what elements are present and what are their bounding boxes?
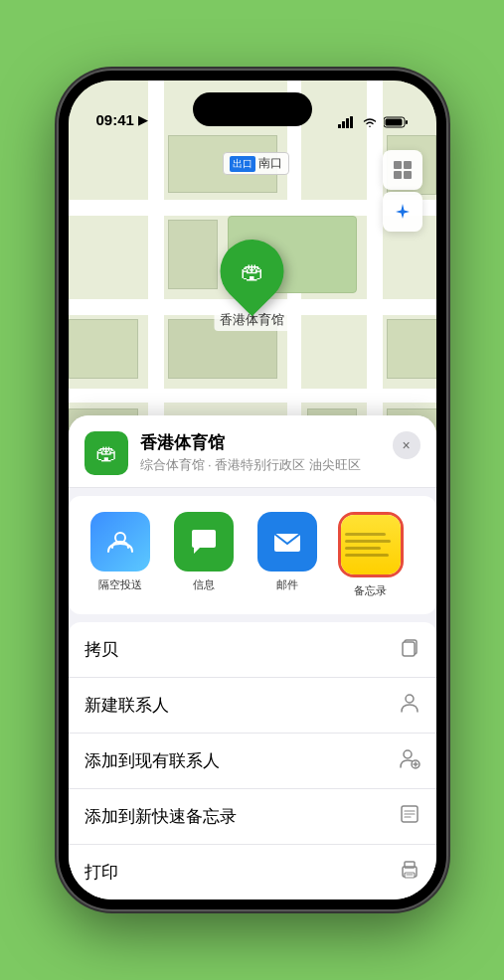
notes-lines (341, 527, 401, 563)
notes-label: 备忘录 (354, 583, 387, 598)
note-svg-icon (399, 803, 420, 825)
quick-note-label: 添加到新快速备忘录 (84, 805, 237, 828)
svg-rect-9 (404, 161, 412, 169)
person-svg-icon (399, 692, 420, 714)
svg-rect-7 (385, 119, 402, 126)
stadium-icon: 🏟 (241, 257, 264, 285)
phone-screen: 09:41 ▶ (69, 81, 436, 899)
venue-info: 香港体育馆 综合体育馆 · 香港特别行政区 油尖旺区 (140, 431, 381, 474)
mail-label: 邮件 (276, 577, 298, 592)
share-item-notes[interactable]: 备忘录 (335, 512, 407, 598)
compass-icon (393, 202, 413, 222)
notes-highlight-border (338, 512, 404, 577)
action-print[interactable]: 打印 (69, 845, 436, 899)
signal-icon (338, 116, 356, 128)
close-button[interactable]: × (393, 431, 420, 459)
close-icon: × (402, 437, 410, 453)
svg-rect-0 (338, 124, 341, 128)
venue-name: 香港体育馆 (140, 431, 381, 454)
exit-badge: 出口 (230, 156, 255, 172)
svg-rect-1 (342, 121, 345, 128)
bottom-sheet: 🏟 香港体育馆 综合体育馆 · 香港特别行政区 油尖旺区 × (69, 415, 436, 899)
message-icon (188, 526, 220, 558)
share-icons-scroll: 隔空投送 信息 (84, 512, 420, 598)
svg-rect-8 (394, 161, 402, 169)
new-contact-label: 新建联系人 (84, 694, 169, 717)
svg-point-17 (404, 750, 412, 758)
status-time: 09:41 ▶ (96, 111, 147, 128)
add-contact-icon (399, 747, 420, 774)
svg-rect-3 (350, 116, 353, 128)
action-add-contact[interactable]: 添加到现有联系人 (69, 734, 436, 789)
share-item-message[interactable]: 信息 (168, 512, 240, 598)
location-button[interactable] (383, 192, 422, 232)
airdrop-label: 隔空投送 (98, 577, 142, 592)
share-item-mail[interactable]: 邮件 (252, 512, 323, 598)
person-add-svg-icon (399, 747, 420, 769)
venue-subtitle: 综合体育馆 · 香港特别行政区 油尖旺区 (140, 456, 381, 474)
new-contact-icon (399, 692, 420, 719)
action-quick-note[interactable]: 添加到新快速备忘录 (69, 789, 436, 845)
add-contact-label: 添加到现有联系人 (84, 749, 220, 772)
map-type-icon (392, 159, 414, 181)
location-pin: 🏟 香港体育馆 (214, 240, 290, 331)
share-row: 隔空投送 信息 (69, 496, 436, 614)
phone-frame: 09:41 ▶ (59, 71, 446, 909)
svg-rect-15 (403, 642, 415, 656)
copy-label: 拷贝 (84, 638, 118, 661)
status-icons (338, 116, 409, 128)
airdrop-icon (104, 526, 136, 558)
action-new-contact[interactable]: 新建联系人 (69, 678, 436, 734)
location-icon: ▶ (138, 113, 147, 127)
battery-icon (384, 116, 409, 128)
map-exit-label: 出口 南口 (223, 152, 289, 175)
quick-note-icon (399, 803, 420, 830)
time-label: 09:41 (96, 111, 134, 128)
svg-point-16 (406, 695, 414, 703)
venue-icon: 🏟 (84, 431, 128, 475)
share-item-more[interactable]: 提 (419, 512, 420, 598)
map-controls (383, 150, 422, 232)
wifi-icon (362, 116, 378, 128)
print-label: 打印 (84, 861, 118, 884)
notes-icon-box (341, 515, 401, 574)
exit-name: 南口 (258, 155, 282, 172)
share-item-airdrop[interactable]: 隔空投送 (84, 512, 156, 598)
action-copy[interactable]: 拷贝 (69, 622, 436, 678)
airdrop-icon-box (90, 512, 150, 572)
pin-marker: 🏟 (207, 227, 297, 317)
action-list: 拷贝 新建联系人 (69, 622, 436, 899)
mail-icon-box (257, 512, 317, 572)
copy-svg-icon (399, 636, 420, 658)
message-icon-box (174, 512, 234, 572)
dynamic-island (193, 92, 312, 126)
map-type-button[interactable] (383, 150, 422, 190)
print-svg-icon (399, 859, 420, 881)
svg-rect-5 (406, 120, 408, 124)
print-icon (399, 859, 420, 886)
copy-icon (399, 636, 420, 663)
mail-icon (271, 526, 303, 558)
venue-header: 🏟 香港体育馆 综合体育馆 · 香港特别行政区 油尖旺区 × (69, 415, 436, 488)
svg-rect-2 (346, 118, 349, 128)
message-label: 信息 (193, 577, 215, 592)
svg-rect-10 (394, 171, 402, 179)
svg-rect-11 (404, 171, 412, 179)
